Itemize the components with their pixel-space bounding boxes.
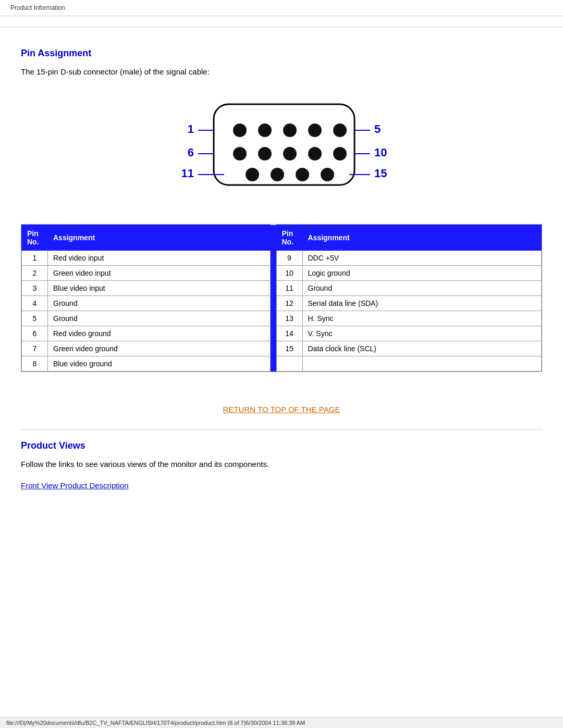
table-divider: [270, 281, 276, 296]
table-divider: [270, 296, 276, 311]
product-views-title: Product Views: [21, 440, 542, 451]
svg-point-14: [321, 168, 334, 181]
right-assignment-header: Assignment: [302, 225, 542, 251]
top-bar-label: Product Information: [10, 4, 65, 11]
return-to-top-link[interactable]: RETURN TO TOP OF THE PAGE: [223, 405, 340, 414]
right-assignment: DDC +5V: [302, 251, 542, 266]
right-pin-num: 15: [276, 341, 302, 356]
left-pin-num: 5: [22, 311, 48, 326]
table-row: 8Blue video ground: [22, 356, 542, 372]
left-assignment: Blue video ground: [48, 356, 271, 372]
svg-point-9: [308, 147, 322, 161]
right-pin-num: 13: [276, 311, 302, 326]
pin-assignment-title: Pin Assignment: [21, 48, 542, 59]
right-pin-no-header: Pin No.: [276, 225, 302, 251]
svg-text:10: 10: [374, 146, 387, 159]
return-link-container: RETURN TO TOP OF THE PAGE: [21, 405, 542, 414]
svg-point-13: [296, 168, 309, 181]
svg-point-3: [283, 124, 297, 137]
right-pin-num: 9: [276, 251, 302, 266]
left-pin-num: 1: [22, 251, 48, 266]
left-assignment: Ground: [48, 296, 271, 311]
right-assignment: Data clock line (SCL): [302, 341, 542, 356]
right-assignment: V. Sync: [302, 326, 542, 341]
svg-point-8: [283, 147, 297, 161]
table-divider: [270, 341, 276, 356]
svg-point-12: [271, 168, 284, 181]
table-row: 6Red video ground14V. Sync: [22, 326, 542, 341]
svg-point-11: [246, 168, 259, 181]
table-row: 1Red video input9DDC +5V: [22, 251, 542, 266]
status-bar-text: file:///D|/My%20documents/dfu/B2C_TV_NAF…: [6, 720, 305, 726]
table-row: 7Green video ground15Data clock line (SC…: [22, 341, 542, 356]
svg-point-5: [333, 124, 347, 137]
left-pin-num: 2: [22, 266, 48, 281]
svg-text:5: 5: [374, 122, 381, 135]
right-pin-num: 12: [276, 296, 302, 311]
svg-point-10: [333, 147, 347, 161]
left-assignment: Blue video input: [48, 281, 271, 296]
pin-table-container: Pin No. Assignment Pin No. Assignment 1R…: [21, 224, 542, 372]
left-assignment: Ground: [48, 311, 271, 326]
left-pin-num: 3: [22, 281, 48, 296]
right-pin-num: 11: [276, 281, 302, 296]
left-assignment: Green video input: [48, 266, 271, 281]
svg-text:11: 11: [181, 167, 194, 180]
table-divider: [270, 251, 276, 266]
right-pin-num: 14: [276, 326, 302, 341]
left-pin-num: 8: [22, 356, 48, 372]
left-pin-num: 4: [22, 296, 48, 311]
left-assignment: Red video ground: [48, 326, 271, 341]
left-assignment-header: Assignment: [48, 225, 271, 251]
table-row: 3Blue video input11Ground: [22, 281, 542, 296]
left-pin-no-header: Pin No.: [22, 225, 48, 251]
product-views-section: Product Views Follow the links to see va…: [21, 440, 542, 490]
right-assignment: H. Sync: [302, 311, 542, 326]
svg-point-7: [258, 147, 272, 161]
right-assignment: Ground: [302, 281, 542, 296]
status-bar: file:///D|/My%20documents/dfu/B2C_TV_NAF…: [0, 717, 563, 728]
table-divider: [270, 356, 276, 372]
svg-text:6: 6: [188, 146, 194, 159]
left-assignment: Red video input: [48, 251, 271, 266]
front-view-link[interactable]: Front View Product Description: [21, 481, 128, 490]
table-divider: [270, 326, 276, 341]
svg-point-2: [258, 124, 272, 137]
svg-point-6: [233, 147, 247, 161]
pin-assignment-intro: The 15-pin D-sub connector (male) of the…: [21, 67, 542, 76]
pin-assignment-table: Pin No. Assignment Pin No. Assignment 1R…: [21, 225, 542, 372]
table-divider: [270, 311, 276, 326]
product-views-intro: Follow the links to see various views of…: [21, 460, 542, 468]
pin-assignment-section: Pin Assignment The 15-pin D-sub connecto…: [21, 48, 542, 414]
right-pin-num: 10: [276, 266, 302, 281]
connector-svg: 1 6 11 5 10 15: [172, 89, 391, 203]
right-assignment: Logic ground: [302, 266, 542, 281]
left-pin-num: 6: [22, 326, 48, 341]
left-assignment: Green video ground: [48, 341, 271, 356]
right-assignment: Serial data line (SDA): [302, 296, 542, 311]
table-divider: [270, 266, 276, 281]
right-assignment: [302, 356, 542, 372]
svg-text:15: 15: [374, 167, 387, 180]
table-row: 2Green video input10Logic ground: [22, 266, 542, 281]
divider-header: [270, 225, 276, 251]
right-pin-num: [276, 356, 302, 372]
left-pin-num: 7: [22, 341, 48, 356]
svg-point-1: [233, 124, 247, 137]
table-row: 5Ground13H. Sync: [22, 311, 542, 326]
connector-diagram: 1 6 11 5 10 15: [21, 89, 542, 203]
svg-point-4: [308, 124, 322, 137]
svg-text:1: 1: [188, 122, 194, 135]
table-row: 4Ground12Serial data line (SDA): [22, 296, 542, 311]
